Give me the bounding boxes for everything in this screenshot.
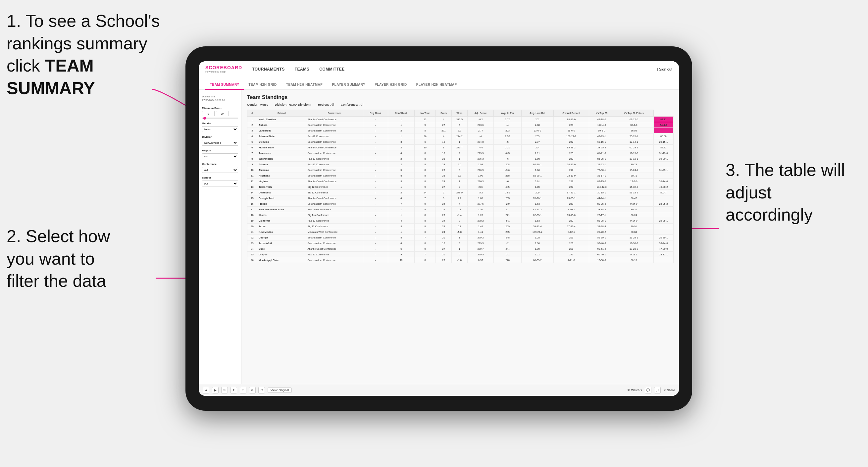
table-cell: 4 (436, 117, 452, 122)
bookmark-btn[interactable]: □ (240, 387, 246, 394)
standings-table: # School Conference Reg Rank Conf Rank N… (247, 110, 674, 263)
more-btn[interactable]: ⊕ (249, 387, 256, 394)
table-cell: 12-14-1 (614, 139, 653, 145)
table-cell: - (363, 212, 388, 218)
table-cell: 8 (414, 150, 435, 156)
nav-committee[interactable]: COMMITTEE (319, 66, 345, 73)
table-cell: 1.41 (467, 229, 494, 235)
table-cell: 2.11 (521, 150, 553, 156)
table-cell: -4 (467, 133, 494, 139)
table-cell: 266 (553, 235, 589, 241)
table-cell: 1 (388, 133, 414, 139)
table-cell: 27 (436, 122, 452, 128)
table-cell: 1.44 (467, 224, 494, 229)
nav-teams[interactable]: TEAMS (295, 66, 310, 73)
table-cell: 19 (247, 218, 257, 224)
timer-btn[interactable]: ⏱ (258, 387, 265, 394)
table-cell: 95-29-2 (553, 145, 589, 150)
gender-select[interactable]: Men's Women's (202, 126, 238, 132)
table-cell: 1.86 (521, 167, 553, 173)
table-cell (653, 195, 673, 201)
table-cell: 203 (494, 128, 521, 133)
view-original-btn[interactable]: View: Original (268, 387, 292, 393)
min-val1-input[interactable] (202, 111, 215, 116)
table-cell: 267 (553, 184, 589, 190)
table-cell: 18 (436, 150, 452, 156)
table-cell: -5.1 (494, 218, 521, 224)
table-row: 25OregonPac-12 Conference-97210279.5-3.1… (247, 252, 674, 257)
table-cell: 59-41-4 (521, 224, 553, 229)
table-cell: 87-21-2 (521, 207, 553, 212)
table-cell: -0.4 (494, 246, 521, 252)
min-rou-slider[interactable] (202, 118, 238, 119)
table-cell: 271 (436, 128, 452, 133)
tab-team-h2h-heatmap[interactable]: TEAM H2H HEATMAP (281, 83, 328, 90)
back-btn[interactable]: ◀ (203, 387, 209, 394)
share-icon-btn[interactable]: ⬆ (230, 387, 237, 394)
table-cell: 13-24-1 (614, 167, 653, 173)
forward-btn[interactable]: ▶ (212, 387, 219, 394)
table-cell: 72-30-1 (589, 167, 614, 173)
min-val2-input[interactable] (216, 111, 228, 116)
col-rank: # (247, 110, 257, 117)
logo-text: SCOREBOARD (205, 65, 242, 70)
school-select[interactable]: (All) (202, 181, 238, 186)
table-cell: 83-15-0 (589, 179, 614, 184)
table-cell: 8 (414, 212, 435, 218)
col-school: School (257, 110, 306, 117)
table-cell: 265 (553, 150, 589, 156)
table-cell: - (363, 139, 388, 145)
table-cell: Southeastern Conference (306, 122, 363, 128)
table-cell: 9 (247, 162, 257, 167)
table-cell: 93-6-0 (521, 128, 553, 133)
fullscreen-btn[interactable]: ⛶ (654, 387, 661, 394)
table-cell: 8 (247, 156, 257, 162)
table-cell: Alabama (257, 167, 306, 173)
table-row: 10AlabamaSoutheastern Conference-5823327… (247, 167, 674, 173)
table-cell: 60-29-2 (614, 145, 653, 150)
table-cell: Mississippi State (257, 257, 306, 263)
tab-team-summary[interactable]: TEAM SUMMARY (205, 83, 244, 90)
region-select[interactable]: N/A All (202, 153, 238, 159)
sidebar: Update time: 27/03/2024 16:56:26 Minimum… (199, 90, 242, 384)
watch-btn[interactable]: 👁 Watch ▾ (627, 388, 642, 392)
table-cell: -2 (494, 241, 521, 246)
table-cell: 276.9 (452, 190, 467, 195)
table-cell: 7 (414, 252, 435, 257)
conference-select[interactable]: (All) (202, 167, 238, 173)
tab-player-h2h-grid[interactable]: PLAYER H2H GRID (370, 83, 412, 90)
table-cell: 268 (494, 162, 521, 167)
conference-label: Conference (202, 163, 238, 165)
refresh-btn[interactable]: ↻ (221, 387, 228, 394)
table-cell: 267 (494, 207, 521, 212)
tab-player-summary[interactable]: PLAYER SUMMARY (327, 83, 370, 90)
division-select[interactable]: NCAA Division I NCAA Division II (202, 140, 238, 146)
table-cell: 9 (388, 252, 414, 257)
tab-player-h2h-heatmap[interactable]: PLAYER H2H HEATMAP (412, 83, 462, 90)
table-cell: 8 (414, 257, 435, 263)
table-cell: 15-32-2 (614, 184, 653, 190)
table-cell: 80.84 (614, 229, 653, 235)
col-conference: Conference (306, 110, 363, 117)
step2-line3: filter the data (7, 271, 106, 290)
sign-out-button[interactable]: | Sign out (657, 67, 672, 71)
table-cell: 8 (414, 156, 435, 162)
tab-team-h2h-grid[interactable]: TEAM H2H GRID (244, 83, 281, 90)
division-chip: Division: NCAA Division I (275, 103, 311, 106)
table-cell: Mountain West Conference (306, 229, 363, 235)
nav-tournaments[interactable]: TOURNAMENTS (252, 66, 285, 73)
table-cell: -5.8 (452, 229, 467, 235)
table-cell: 9-19-1 (614, 252, 653, 257)
table-row: 6Florida StateAtlantic Coast Conference-… (247, 145, 674, 150)
table-cell: 279.2 (467, 235, 494, 241)
share-btn[interactable]: ↗ Share (663, 388, 675, 392)
table-cell: 9-10-1 (553, 207, 589, 212)
table-cell: 8 (414, 241, 435, 246)
table-cell: 23-33-1 (653, 252, 673, 257)
table-cell: 25 (247, 252, 257, 257)
table-cell: 86.58 (614, 128, 653, 133)
table-cell: - (363, 201, 388, 207)
table-cell: 2 (436, 190, 452, 195)
table-cell: 15 (247, 195, 257, 201)
comment-btn[interactable]: 💬 (645, 387, 651, 394)
